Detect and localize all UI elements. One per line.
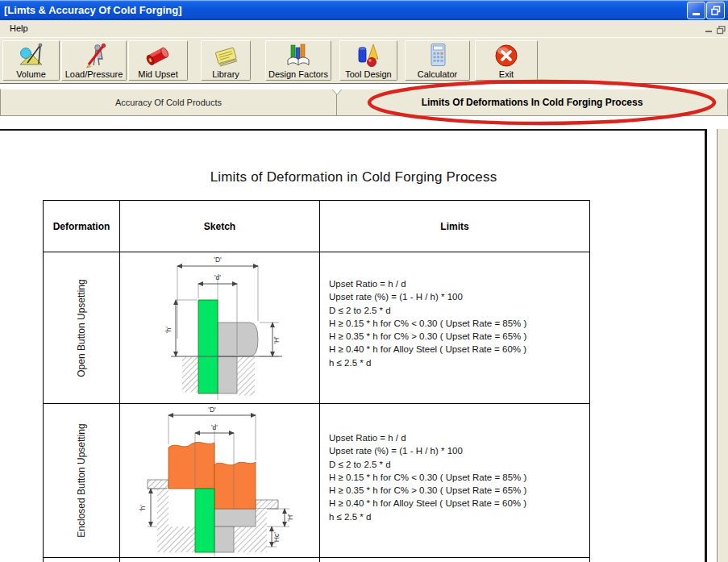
toolbar: Volume Load/Pressure (0, 37, 728, 85)
table-row3-partial-cell (44, 558, 120, 562)
minimize-button[interactable] (687, 2, 705, 19)
tab-label: Accuracy Of Cold Products (115, 98, 222, 107)
dim-label-H: 'H' (272, 335, 281, 343)
menu-item-help[interactable]: Help (6, 20, 31, 37)
limit-line: H ≥ 0.35 * h for C% > 0.30 ( Upset Rate … (329, 330, 584, 343)
toolbar-button-label: Design Factors (268, 69, 328, 79)
mdi-minimize-icon (705, 31, 712, 32)
limit-line: H ≥ 0.15 * h for C% < 0.30 ( Upset Rate … (329, 471, 584, 484)
tab-divider-notch (332, 89, 342, 94)
toolbar-button-label: Tool Design (345, 69, 391, 79)
volume-icon (18, 43, 45, 69)
limit-line: Upset rate (%) = (1 - H / h) * 100 (329, 290, 584, 303)
limit-line: H ≥ 0.40 * h for Alloy Steel ( Upset Rat… (329, 497, 584, 510)
load-pressure-button[interactable]: Load/Pressure (61, 40, 127, 81)
design-factors-button[interactable]: Design Factors (265, 40, 331, 81)
table-row3-partial-cell (120, 558, 320, 562)
column-header-limits: Limits (320, 201, 590, 252)
limit-line: Upset rate (%) = (1 - H / h) * 100 (329, 444, 584, 457)
dim-label-d: 'd' (214, 273, 221, 281)
limit-line: h ≤ 2.5 * d (329, 510, 584, 523)
limit-line: Upset Ratio = h / d (329, 277, 584, 290)
tab-label: Limits Of Deformations In Cold Forging P… (422, 97, 643, 108)
table-row2-deformation-cell: Enclosed Button Upsetting (44, 404, 120, 558)
toolbar-button-label: Library (212, 69, 239, 79)
limits-table: Deformation Sketch Limits Open Button Up… (43, 200, 590, 562)
limit-line: D ≤ 2 to 2.5 * d (329, 304, 584, 317)
title-bar: [Limts & Accuracy Of Cold Forging] (0, 0, 728, 20)
limit-line: h ≤ 2.5 * d (329, 356, 584, 369)
library-icon (212, 43, 239, 69)
limit-line: H ≥ 0.35 * h for C% > 0.30 ( Upset Rate … (329, 484, 584, 497)
mdi-restore-icon (717, 26, 726, 35)
tab-accuracy-of-cold-products[interactable]: Accuracy Of Cold Products (0, 89, 337, 116)
toolbar-button-label: Load/Pressure (65, 69, 123, 79)
design-factors-icon (285, 43, 312, 69)
calculator-icon (424, 43, 451, 69)
toolbar-button-label: Volume (16, 69, 46, 79)
load-pressure-icon (81, 43, 108, 69)
dim-label-h: 'h' (164, 326, 173, 332)
exit-button[interactable]: Exit (475, 40, 538, 81)
dim-label-h: 'h' (139, 504, 147, 510)
mid-upset-icon (144, 43, 172, 69)
dim-label-D: 'D' (208, 406, 216, 414)
window-title: [Limts & Accuracy Of Cold Forging] (4, 4, 182, 16)
mid-upset-button[interactable]: Mid Upset (128, 40, 188, 81)
exit-icon (493, 43, 520, 69)
dim-label-H: 'H' (286, 513, 294, 521)
application-window: [Limts & Accuracy Of Cold Forging] Help (0, 0, 728, 562)
column-header-sketch: Sketch (120, 201, 320, 252)
column-header-deformation: Deformation (44, 201, 120, 252)
mdi-minimize-button[interactable] (702, 24, 714, 35)
dim-label-D: 'D' (214, 256, 222, 264)
library-button[interactable]: Library (201, 40, 251, 81)
restore-button[interactable] (706, 2, 725, 19)
table-row2-limits-cell: Upset Ratio = h / d Upset rate (%) = (1 … (320, 404, 590, 558)
volume-button[interactable]: Volume (2, 40, 60, 81)
calculator-button[interactable]: Calculator (405, 40, 470, 81)
toolbar-button-label: Exit (499, 69, 514, 79)
open-button-upsetting-sketch: 'D' 'd' 'h' 'H' (135, 253, 305, 403)
right-margin-strip (717, 129, 728, 562)
row-label-open-button-upsetting: Open Button Upsetting (76, 279, 87, 377)
tool-design-button[interactable]: Tool Design (339, 40, 397, 81)
table-row2-sketch-cell: 'D' 'd' 'h' 'H' 'Hc' (120, 404, 320, 558)
tool-design-icon (355, 43, 382, 69)
row-label-enclosed-button-upsetting: Enclosed Button Upsetting (76, 423, 87, 537)
limit-line: H ≥ 0.15 * h for C% < 0.30 ( Upset Rate … (329, 317, 584, 330)
content-area: Limits of Deformation in Cold Forging Pr… (0, 116, 728, 562)
dim-label-Hc: 'Hc' (272, 531, 281, 543)
restore-icon (711, 6, 721, 15)
table-row1-deformation-cell: Open Button Upsetting (44, 252, 120, 404)
mdi-restore-button[interactable] (715, 24, 727, 35)
limit-line: Upset Ratio = h / d (329, 431, 584, 444)
minimize-icon (693, 13, 700, 15)
limit-line: D ≤ 2 to 2.5 * d (329, 458, 584, 471)
menu-bar: Help (0, 20, 728, 38)
page-title: Limits of Deformation in Cold Forging Pr… (0, 169, 707, 185)
table-row3-partial-cell (320, 558, 590, 562)
tab-limits-of-deformations[interactable]: Limits Of Deformations In Cold Forging P… (337, 89, 728, 116)
limit-line: H ≥ 0.40 * h for Alloy Steel ( Upset Rat… (329, 343, 584, 356)
tab-strip: Accuracy Of Cold Products Limits Of Defo… (0, 84, 728, 116)
toolbar-button-label: Calculator (418, 69, 458, 79)
table-row1-limits-cell: Upset Ratio = h / d Upset rate (%) = (1 … (320, 252, 590, 404)
toolbar-button-label: Mid Upset (138, 69, 178, 79)
dim-label-d: 'd' (211, 423, 218, 431)
enclosed-button-upsetting-sketch: 'D' 'd' 'h' 'H' 'Hc' (135, 404, 306, 558)
table-row1-sketch-cell: 'D' 'd' 'h' 'H' (120, 252, 320, 404)
